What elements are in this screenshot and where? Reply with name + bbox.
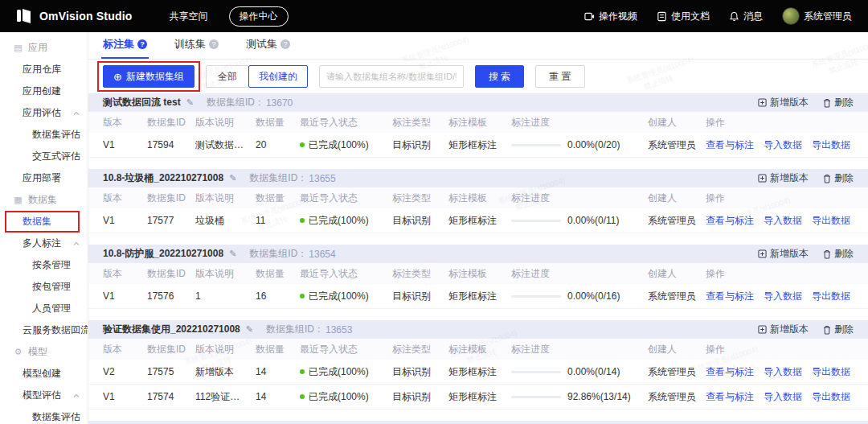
docs-button[interactable]: 使用文档	[657, 10, 710, 23]
row-action-link[interactable]: 查看与标注	[706, 390, 754, 404]
new-version-button[interactable]: 新增版本	[758, 171, 809, 185]
sidebar-item[interactable]: 应用仓库	[0, 59, 88, 80]
delete-label: 删除	[834, 171, 854, 185]
tab[interactable]: 测试集 ?	[246, 37, 290, 59]
dataset-icon: ▦	[13, 195, 23, 205]
new-version-button[interactable]: 新增版本	[758, 96, 809, 109]
row-action-link[interactable]: 查看与标注	[706, 365, 754, 379]
creator-cell: 系统管理员	[648, 390, 706, 404]
sidebar-item[interactable]: 按包管理	[0, 276, 88, 298]
filter-mine-button[interactable]: 我创建的	[248, 65, 308, 88]
group-id-label: 数据集组ID：	[249, 171, 307, 185]
column-header: 数据量	[256, 343, 300, 356]
group-actions: 新增版本 删除	[758, 171, 854, 185]
nav-operation-center[interactable]: 操作中心	[229, 6, 289, 27]
column-header: 标注进度	[511, 343, 648, 356]
table-header-row: 版本数据集ID版本说明数据量最近导入状态标注类型标注模板标注进度创建人操作	[88, 339, 868, 360]
row-action-link[interactable]: 查看与标注	[706, 214, 754, 228]
new-version-label: 新增版本	[770, 171, 809, 185]
row-action-link[interactable]: 查看与标注	[706, 138, 754, 152]
sidebar-item[interactable]: 多人标注	[0, 233, 88, 254]
new-version-label: 新增版本	[770, 96, 809, 109]
annotation-box-new-dataset: ⊕ 新建数据集组	[103, 65, 194, 88]
row-action-link[interactable]: 导入数据	[764, 390, 802, 404]
group-name: 测试数据回流 test	[103, 96, 181, 109]
sidebar-item[interactable]: 数据集	[0, 211, 88, 233]
row-action-link[interactable]: 导入数据	[764, 214, 802, 228]
data-count-cell: 11	[256, 215, 300, 226]
row-action-link[interactable]: 导出数据	[812, 365, 850, 379]
avatar	[782, 7, 800, 25]
row-action-link[interactable]: 导出数据	[812, 390, 850, 404]
row-action-link[interactable]: 导入数据	[764, 365, 802, 379]
edit-icon[interactable]: ✎	[229, 249, 236, 259]
group-header: 测试数据回流 test ✎ 数据集组ID： 13670 新增版本 删除	[88, 93, 868, 112]
sidebar-item[interactable]: 人员管理	[0, 298, 88, 319]
delete-button[interactable]: 删除	[823, 247, 854, 261]
delete-button[interactable]: 删除	[823, 323, 854, 336]
new-version-button[interactable]: 新增版本	[758, 247, 809, 261]
sidebar-item[interactable]: 应用创建	[0, 80, 88, 102]
column-header: 创建人	[648, 267, 706, 281]
table-row: V1 17576 1 16 已完成(100%) 目标识别 矩形框标注 0.00%…	[88, 284, 868, 309]
dataset-id-cell: 17576	[147, 290, 195, 302]
table-row: V1 17574 112验证数据... 14 已完成(100%) 目标识别 矩形…	[88, 385, 868, 410]
column-header: 创建人	[648, 191, 706, 205]
trash-icon	[823, 249, 831, 259]
group-id-value: 13654	[309, 249, 335, 260]
row-action-link[interactable]: 导入数据	[764, 138, 802, 152]
column-header: 标注类型	[392, 267, 448, 281]
search-input[interactable]	[319, 65, 464, 88]
column-header: 数据量	[256, 267, 300, 281]
sidebar-item[interactable]: 数据集评估	[0, 406, 88, 424]
help-badge-icon: ?	[280, 39, 290, 49]
nav-shared-space[interactable]: 共享空间	[170, 10, 208, 23]
sidebar-item[interactable]: 应用评估	[0, 102, 88, 124]
new-dataset-group-button[interactable]: ⊕ 新建数据集组	[103, 65, 194, 88]
row-action-link[interactable]: 导出数据	[812, 138, 850, 152]
sidebar-item[interactable]: 应用部署	[0, 167, 88, 189]
sidebar-item[interactable]: 交互式评估	[0, 146, 88, 167]
filter-all-button[interactable]: 全部	[206, 65, 249, 88]
tab[interactable]: 训练集 ?	[174, 37, 219, 59]
column-header: 版本	[103, 191, 147, 205]
add-square-icon	[758, 325, 767, 334]
app-title: OmVision Studio	[39, 10, 133, 23]
sidebar-item[interactable]: 模型创建	[0, 363, 88, 385]
row-action-link[interactable]: 查看与标注	[706, 290, 754, 303]
search-button[interactable]: 搜 索	[475, 65, 524, 88]
sidebar-item[interactable]: 按条管理	[0, 254, 88, 276]
status-dot	[300, 218, 305, 223]
sidebar-item[interactable]: 云服务数据回流	[0, 319, 88, 341]
operation-video-button[interactable]: 操作视频	[584, 10, 637, 23]
edit-icon[interactable]: ✎	[246, 324, 253, 335]
sidebar-item[interactable]: 数据集评估	[0, 124, 88, 146]
sidebar-item-label: 应用部署	[23, 171, 61, 185]
row-action-link[interactable]: 导出数据	[812, 290, 850, 303]
edit-icon[interactable]: ✎	[229, 173, 236, 183]
edit-icon[interactable]: ✎	[186, 97, 194, 108]
delete-button[interactable]: 删除	[823, 171, 854, 185]
messages-button[interactable]: 消息	[729, 10, 763, 23]
dataset-group: 测试数据回流 test ✎ 数据集组ID： 13670 新增版本 删除 版本数据…	[88, 93, 868, 158]
version-cell: V1	[103, 290, 147, 302]
add-square-icon	[758, 98, 767, 107]
tab[interactable]: 标注集 ?	[103, 37, 147, 59]
new-version-button[interactable]: 新增版本	[758, 323, 809, 336]
delete-button[interactable]: 删除	[823, 96, 854, 109]
user-menu[interactable]: 系统管理员	[782, 7, 852, 25]
delete-label: 删除	[834, 323, 854, 336]
add-square-icon	[758, 174, 767, 183]
group-id-value: 13655	[309, 173, 335, 184]
sidebar-item-label: 模型	[28, 345, 47, 359]
table-header-row: 版本数据集ID版本说明数据量最近导入状态标注类型标注模板标注进度创建人操作	[88, 263, 868, 284]
data-count-cell: 20	[256, 139, 300, 150]
version-cell: V1	[103, 139, 147, 150]
progress-bar	[511, 144, 561, 146]
sidebar-item[interactable]: 模型评估	[0, 385, 88, 406]
row-action-link[interactable]: 导入数据	[764, 290, 802, 303]
column-header: 数据集ID	[147, 191, 195, 205]
reset-button[interactable]: 重 置	[535, 65, 584, 88]
row-action-link[interactable]: 导出数据	[812, 214, 850, 228]
version-desc-cell: 测试数据回流...	[195, 138, 256, 152]
